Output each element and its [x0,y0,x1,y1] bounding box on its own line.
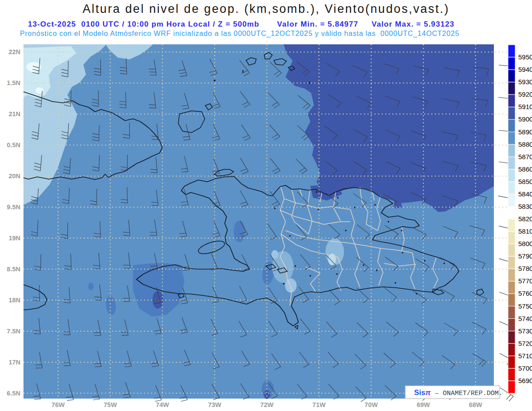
svg-text:5810: 5810 [518,227,532,235]
svg-text:5800: 5800 [518,240,532,247]
svg-text:5920: 5920 [518,90,532,98]
lon-axis-labels: 76W75W74W73W72W71W70W69W68W [51,401,482,408]
svg-text:17N: 17N [8,359,20,366]
svg-text:5710: 5710 [518,352,532,360]
svg-text:71W: 71W [313,401,326,408]
svg-text:74W: 74W [156,401,169,408]
svg-text:70W: 70W [364,401,378,408]
svg-text:6.5N: 6.5N [7,390,20,397]
subtitle-line: 13-Oct-2025 0100 UTC / 10:00 pm Hora Loc… [28,20,454,29]
watermark-text: Sisπ – ONAMET/REP.DOM. [414,388,503,397]
svg-text:69W: 69W [417,401,430,408]
svg-text:5950: 5950 [518,53,532,61]
svg-text:21N: 21N [8,110,20,117]
svg-text:5720: 5720 [518,340,532,347]
page-title: Altura del nivel de geop. (km,somb.), Vi… [0,2,532,16]
svg-text:20N: 20N [8,172,20,180]
svg-text:1.5N: 1.5N [7,79,20,86]
svg-text:5870: 5870 [518,153,532,160]
svg-text:68W: 68W [469,401,482,408]
svg-text:18N: 18N [8,297,20,304]
svg-text:5700: 5700 [518,364,532,372]
svg-text:5780: 5780 [518,265,532,272]
svg-text:5930: 5930 [518,78,532,86]
svg-text:7.5N: 7.5N [7,328,20,335]
svg-text:5740: 5740 [518,315,532,322]
svg-text:0.5N: 0.5N [7,141,20,149]
value-max-label: Valor Max. = 5.93123 [372,20,454,29]
svg-text:5790: 5790 [518,252,532,260]
value-min-label: Valor Min. = 5.84977 [277,20,358,29]
map-canvas: 22N1.5N21N0.5N20N9.5N19N8.5N18N7.5N17N6.… [0,0,532,411]
svg-text:5690: 5690 [518,377,532,384]
svg-text:5910: 5910 [518,103,532,110]
colorbar: 5950594059305920591059005890588058705860… [508,45,532,393]
svg-text:5830: 5830 [518,203,532,210]
svg-text:5840: 5840 [518,190,532,198]
valid-datetime: 13-Oct-2025 0100 UTC / 10:00 pm Hora Loc… [28,20,259,29]
svg-text:72W: 72W [260,401,274,408]
svg-text:5850: 5850 [518,178,532,185]
svg-text:9.5N: 9.5N [7,204,20,211]
watermark: Sisπ – ONAMET/REP.DOM. [405,386,503,399]
svg-text:5860: 5860 [518,165,532,173]
svg-text:5940: 5940 [518,66,532,73]
svg-text:73W: 73W [208,401,221,408]
svg-text:5880: 5880 [518,141,532,148]
svg-text:5750: 5750 [518,302,532,310]
svg-text:22N: 22N [8,48,20,55]
svg-text:75W: 75W [104,401,117,408]
svg-text:19N: 19N [8,235,20,242]
svg-text:8.5N: 8.5N [7,266,20,273]
svg-text:5820: 5820 [518,215,532,223]
svg-text:5730: 5730 [518,327,532,335]
svg-text:5760: 5760 [518,290,532,297]
svg-text:5770: 5770 [518,277,532,285]
svg-text:76W: 76W [51,401,65,408]
weather-map-page: Altura del nivel de geop. (km,somb.), Vi… [0,0,532,411]
lat-axis-labels: 22N1.5N21N0.5N20N9.5N19N8.5N18N7.5N17N6.… [7,48,20,396]
forecast-line: Pronóstico con el Modelo Atmósferico WRF… [20,30,459,38]
svg-text:5890: 5890 [518,128,532,136]
svg-text:5900: 5900 [518,115,532,123]
